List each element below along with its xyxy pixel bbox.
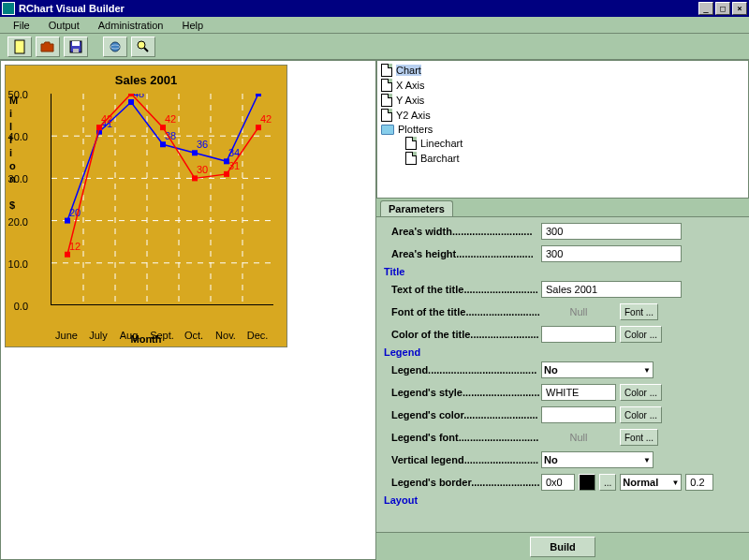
- svg-rect-38: [160, 125, 166, 130]
- new-button[interactable]: [7, 37, 32, 57]
- tree-item-label: Chart: [396, 65, 421, 76]
- tree-item-label: Barchart: [420, 153, 460, 164]
- y-tick-label: 30.0: [7, 173, 28, 184]
- y-tick-label: 0.0: [7, 301, 28, 312]
- legend-style-input[interactable]: [541, 384, 616, 401]
- menu-administration[interactable]: Administration: [89, 18, 173, 33]
- area-width-input[interactable]: [541, 223, 682, 240]
- legend-color-label: Legend's color..........................: [384, 409, 541, 420]
- build-button[interactable]: Build: [530, 537, 595, 557]
- tree-item[interactable]: X Axis: [379, 78, 746, 93]
- title-color-label: Color of the title......................…: [384, 329, 541, 340]
- svg-text:42: 42: [260, 113, 272, 125]
- svg-rect-30: [256, 94, 261, 96]
- area-height-label: Area's height...........................: [384, 248, 541, 259]
- legend-border-input[interactable]: [541, 474, 575, 491]
- tree-item[interactable]: Y2 Axis: [379, 108, 746, 123]
- save-icon: [69, 40, 82, 53]
- menu-output[interactable]: Output: [39, 18, 89, 33]
- tree-item[interactable]: Y Axis: [379, 93, 746, 108]
- legend-font-label: Legend's font...........................…: [384, 432, 541, 443]
- vertical-legend-select[interactable]: No▼: [541, 451, 654, 468]
- y-axis-label: Million $: [9, 94, 21, 212]
- browser-button[interactable]: [103, 37, 127, 57]
- toolbar: [0, 34, 749, 60]
- build-bar: Build: [376, 532, 749, 560]
- title-bar: RChart Visual Builder _ □ ×: [0, 0, 749, 17]
- svg-text:36: 36: [197, 139, 208, 150]
- minimize-button[interactable]: _: [698, 2, 713, 15]
- legend-color-button[interactable]: Color ...: [620, 406, 662, 423]
- layout-section: Layout: [384, 494, 742, 506]
- title-font-button[interactable]: Font ...: [620, 303, 658, 320]
- tree-view[interactable]: ChartX AxisY AxisY2 AxisPlottersLinechar…: [376, 60, 749, 199]
- legend-style-color-button[interactable]: Color ...: [620, 384, 662, 401]
- svg-line-7: [144, 48, 148, 52]
- save-button[interactable]: [64, 37, 88, 57]
- legend-label: Legend..................................…: [384, 364, 541, 376]
- y-tick-label: 10.0: [7, 258, 28, 270]
- title-color-button[interactable]: Color ...: [620, 326, 662, 343]
- tab-header: Parameters: [376, 199, 749, 217]
- legend-border-width-input[interactable]: [685, 474, 713, 491]
- svg-rect-26: [192, 150, 198, 155]
- legend-font-null: Null: [541, 432, 616, 443]
- svg-text:42: 42: [101, 113, 112, 125]
- legend-border-color-swatch[interactable]: [579, 474, 595, 491]
- tree-item-label: Plotters: [398, 124, 433, 135]
- app-icon: [2, 2, 15, 15]
- plot-area: 2041483836345012425042303142: [51, 94, 273, 305]
- title-font-null: Null: [541, 306, 616, 317]
- page-icon: [381, 64, 392, 77]
- open-button[interactable]: [36, 37, 60, 57]
- legend-select[interactable]: No▼: [541, 361, 654, 378]
- svg-rect-34: [96, 125, 102, 130]
- tree-item[interactable]: Linechart: [379, 136, 746, 151]
- new-icon: [13, 39, 26, 54]
- page-icon: [381, 79, 392, 92]
- legend-color-input[interactable]: [541, 406, 616, 423]
- svg-rect-22: [128, 99, 134, 105]
- page-icon: [381, 94, 392, 107]
- area-height-input[interactable]: [541, 245, 682, 262]
- search-button[interactable]: [131, 37, 155, 57]
- parameters-panel[interactable]: Area's width............................…: [376, 217, 749, 532]
- title-font-label: Font of the title.......................…: [384, 306, 541, 317]
- svg-rect-24: [160, 141, 166, 147]
- svg-text:42: 42: [165, 113, 176, 125]
- svg-rect-32: [65, 252, 70, 258]
- svg-text:12: 12: [69, 241, 81, 252]
- title-color-input[interactable]: [541, 326, 616, 343]
- legend-section: Legend: [384, 346, 742, 358]
- title-text-input[interactable]: [541, 281, 682, 298]
- svg-rect-44: [256, 125, 261, 130]
- tree-item-label: Y Axis: [396, 95, 424, 106]
- legend-border-dots-button[interactable]: ...: [599, 474, 616, 491]
- legend-font-button[interactable]: Font ...: [620, 429, 658, 446]
- chart-preview-panel: Sales 2001 Million $ 0.010.020.030.040.0…: [0, 60, 376, 560]
- svg-text:31: 31: [228, 160, 240, 171]
- chevron-down-icon: ▼: [671, 479, 679, 487]
- svg-rect-3: [73, 49, 79, 52]
- svg-rect-36: [128, 94, 134, 96]
- browser-icon: [109, 40, 122, 53]
- tab-parameters[interactable]: Parameters: [380, 200, 453, 216]
- svg-point-6: [138, 41, 145, 49]
- maximize-button[interactable]: □: [715, 2, 730, 15]
- close-button[interactable]: ×: [732, 2, 747, 15]
- tree-item[interactable]: Plotters: [379, 123, 746, 136]
- legend-border-style-select[interactable]: Normal▼: [620, 474, 682, 491]
- y-tick-label: 40.0: [7, 131, 28, 142]
- svg-point-4: [110, 42, 120, 52]
- tree-item[interactable]: Barchart: [379, 151, 746, 166]
- tree-item[interactable]: Chart: [379, 63, 746, 78]
- tree-item-label: Linechart: [420, 138, 463, 149]
- menu-file[interactable]: File: [4, 18, 39, 33]
- folder-icon: [381, 125, 394, 135]
- svg-rect-18: [65, 218, 70, 224]
- svg-rect-0: [15, 40, 24, 53]
- menu-help[interactable]: Help: [172, 18, 213, 33]
- page-icon: [405, 152, 417, 165]
- title-text-label: Text of the title.......................…: [384, 284, 541, 295]
- y-tick-label: 50.0: [7, 89, 28, 100]
